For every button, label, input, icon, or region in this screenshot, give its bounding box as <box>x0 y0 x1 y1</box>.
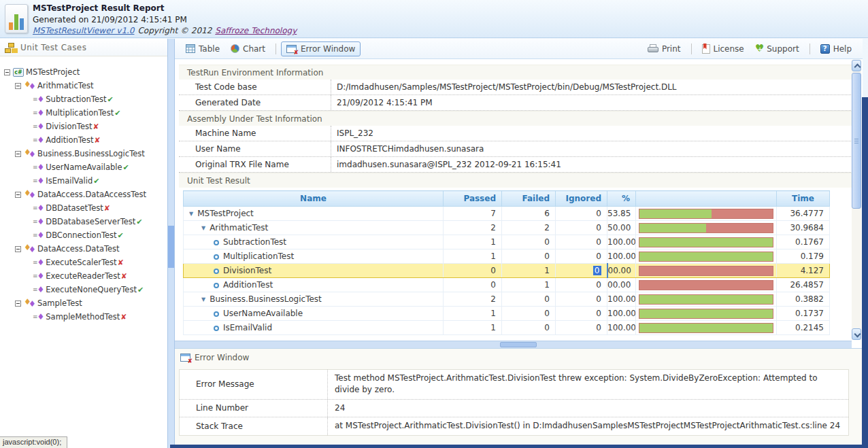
license-button[interactable]: License <box>697 41 750 56</box>
result-row[interactable]: DivisionTest01000.004.127 <box>184 264 830 278</box>
printer-icon <box>648 44 658 53</box>
tree-item[interactable]: ≡♦SampleMethodTest✘ <box>0 310 167 324</box>
test-method-icon: ≡♦ <box>33 271 44 281</box>
column-header-Name[interactable]: Name <box>184 191 444 207</box>
failed-cell: 0 <box>502 292 556 307</box>
pass-check-icon: ✔ <box>114 109 120 118</box>
support-button[interactable]: ♥ Support <box>750 41 805 56</box>
test-method-icon: ≡♦ <box>33 108 44 118</box>
tree-expander-icon[interactable] <box>15 151 21 157</box>
unit-test-tree: c#MSTestProject♦♦ArithmaticTest≡♦Subtrac… <box>0 56 167 324</box>
tree-item[interactable]: ≡♦ExecuteScalerTest✘ <box>0 256 167 269</box>
info-row: Machine NameISPL_232 <box>179 126 852 141</box>
result-name-cell[interactable]: ▼MSTestProject <box>184 207 444 221</box>
chart-button-label: Chart <box>243 44 265 54</box>
tree-item[interactable]: ≡♦DBConnectionTest✔ <box>0 228 167 242</box>
vertical-scrollbar-thumb[interactable] <box>852 73 861 209</box>
tree-item[interactable]: ≡♦AdditionTest✘ <box>0 133 167 147</box>
content-horizontal-scrollbar[interactable] <box>175 341 852 348</box>
sidebar-splitter-scrollbar[interactable] <box>167 39 175 448</box>
collapse-arrow-icon[interactable]: ▼ <box>201 296 205 303</box>
result-row[interactable]: IsEmailValid100100.000.2145 <box>184 321 830 335</box>
print-button[interactable]: Print <box>642 41 686 56</box>
tree-item[interactable]: ♦♦DataAccess.DataAccessTest <box>0 188 167 201</box>
pass-bar-fill <box>639 224 706 232</box>
section-assembly-under-test: Assembly Under Test Information <box>179 111 852 126</box>
viewer-version-link[interactable]: MSTestResultViewer v1.0 <box>33 26 134 35</box>
table-view-button[interactable]: Table <box>180 41 225 56</box>
tree-item[interactable]: ♦♦SampleTest <box>0 296 167 310</box>
tree-expander-icon[interactable] <box>15 300 21 307</box>
info-row-label: Generated Date <box>179 95 331 110</box>
time-cell: 0.3882 <box>777 292 830 307</box>
result-row[interactable]: ▼ArithmaticTest22050.0030.9684 <box>184 221 830 235</box>
tree-item[interactable]: ≡♦SubtractionTest✔ <box>0 92 167 106</box>
result-row[interactable]: SubtractionTest100100.000.1767 <box>184 235 830 249</box>
result-row[interactable]: ▼MSTestProject76053.8536.4777 <box>184 207 830 221</box>
error-window-button[interactable]: Error Window <box>281 41 361 56</box>
tree-item[interactable]: ≡♦DivisionTest✘ <box>0 120 167 133</box>
scroll-up-arrow[interactable] <box>852 60 861 71</box>
result-name-cell[interactable]: IsEmailValid <box>184 321 444 335</box>
company-link[interactable]: Saffroze Technology <box>215 26 297 35</box>
chart-view-button[interactable]: Chart <box>225 41 271 56</box>
tree-item[interactable]: c#MSTestProject <box>0 65 167 79</box>
passed-cell: 0 <box>444 264 502 278</box>
passed-cell: 7 <box>444 207 502 221</box>
result-row[interactable]: ▼Business.BusinessLogicTest200100.000.38… <box>184 292 830 307</box>
column-header-bar[interactable] <box>636 191 777 207</box>
tree-item[interactable]: ≡♦DBDatasetTest✘ <box>0 201 167 215</box>
result-name-cell[interactable]: DivisionTest <box>184 264 444 278</box>
assembly-rows: Machine NameISPL_232User NameINFOSTRETCH… <box>179 126 852 173</box>
tree-item[interactable]: ♦♦DataAccess.DataTest <box>0 242 167 256</box>
tree-expander-icon[interactable] <box>15 83 21 89</box>
toolbar-separator <box>809 44 810 54</box>
passed-cell: 1 <box>444 235 502 249</box>
result-name-cell[interactable]: SubtractionTest <box>184 235 444 249</box>
pass-fail-bar <box>639 237 773 247</box>
pass-fail-bar <box>639 223 773 233</box>
tree-item[interactable]: ♦♦Business.BusinessLogicTest <box>0 147 167 160</box>
tree-item[interactable]: ≡♦MultiplicationTest✔ <box>0 106 167 120</box>
content-vertical-scrollbar[interactable] <box>852 60 861 340</box>
result-row[interactable]: MultiplicationTest100100.000.179 <box>184 249 830 264</box>
result-name-cell[interactable]: UserNameAvailable <box>184 307 444 321</box>
scroll-down-arrow[interactable] <box>852 328 861 340</box>
time-cell: 4.127 <box>777 264 830 278</box>
column-header-%[interactable]: % <box>607 191 636 207</box>
column-header-Ignored[interactable]: Ignored <box>556 191 607 207</box>
tree-expander-icon[interactable] <box>15 192 21 198</box>
tree-expander-icon[interactable] <box>4 69 10 75</box>
tree-expander-icon[interactable] <box>15 246 21 252</box>
result-row[interactable]: UserNameAvailable100100.000.1737 <box>184 307 830 321</box>
column-header-Time[interactable]: Time <box>777 191 830 207</box>
pass-fail-bar-cell <box>636 307 777 321</box>
percent-cell: 100.00 <box>607 307 636 321</box>
tree-item[interactable]: ≡♦DBDatabaseServerTest✔ <box>0 215 167 228</box>
tree-item[interactable]: ≡♦ExecuteNoneQueryTest✔ <box>0 283 167 296</box>
info-row-label: User Name <box>179 141 331 156</box>
sidebar-header: Unit Test Cases <box>0 39 167 56</box>
help-button[interactable]: Help <box>815 41 857 56</box>
failed-cell: 1 <box>502 278 556 292</box>
pass-fail-bar-cell <box>636 278 777 292</box>
column-header-Failed[interactable]: Failed <box>502 191 556 207</box>
result-name-cell[interactable]: ▼ArithmaticTest <box>184 221 444 235</box>
tree-item[interactable]: ≡♦ExecuteReaderTest✘ <box>0 269 167 283</box>
collapse-arrow-icon[interactable]: ▼ <box>201 225 205 231</box>
tree-item[interactable]: ♦♦ArithmaticTest <box>0 79 167 92</box>
result-name-cell[interactable]: MultiplicationTest <box>184 249 444 264</box>
result-name-cell[interactable]: AdditionTest <box>184 278 444 292</box>
horizontal-scrollbar-thumb[interactable] <box>500 342 537 347</box>
column-header-Passed[interactable]: Passed <box>444 191 502 207</box>
tree-item[interactable]: ≡♦UserNameAvailable✔ <box>0 160 167 174</box>
result-name-cell[interactable]: ▼Business.BusinessLogicTest <box>184 292 444 307</box>
result-row[interactable]: AdditionTest01000.0026.4857 <box>184 278 830 292</box>
pass-bar-fill <box>639 209 712 218</box>
report-header: MSTestProject Result Report Generated on… <box>0 0 868 38</box>
collapse-arrow-icon[interactable]: ▼ <box>189 211 193 217</box>
sidebar-scrollbar-thumb[interactable] <box>168 226 174 268</box>
ignored-cell[interactable]: 0 <box>556 264 607 278</box>
tree-item[interactable]: ≡♦IsEmailValid✔ <box>0 174 167 188</box>
error-detail-row: Error MessageTest method MSTestProject.A… <box>180 370 848 400</box>
